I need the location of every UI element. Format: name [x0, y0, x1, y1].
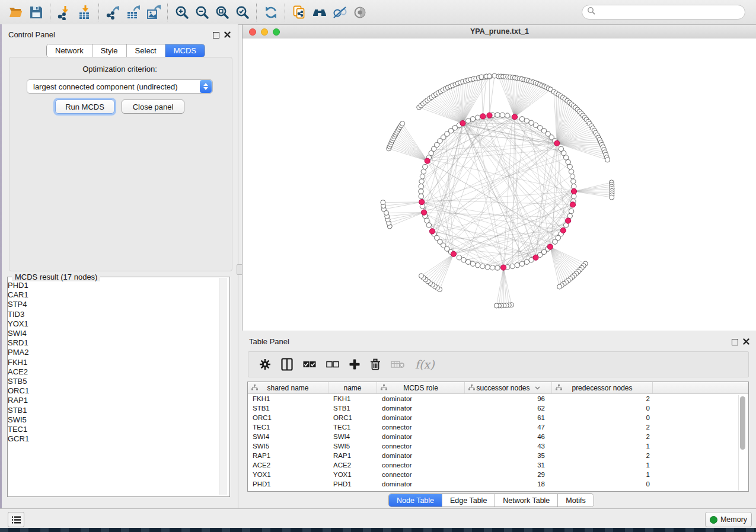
save-session-icon[interactable] — [26, 2, 46, 23]
mcds-result-item[interactable]: TEC1 — [8, 425, 214, 434]
column-type-icon — [468, 384, 475, 390]
export-image-icon[interactable] — [143, 2, 164, 23]
clone-network-icon[interactable] — [289, 2, 310, 23]
close-panel-button[interactable]: Close panel — [122, 100, 184, 114]
criterion-value: largest connected component (undirected) — [27, 82, 200, 91]
column-header-name[interactable]: name — [328, 382, 377, 393]
table-cell: 35 — [465, 452, 552, 459]
table-cell: 2 — [552, 452, 653, 459]
search-input[interactable] — [596, 6, 745, 19]
table-row[interactable]: SWI4SWI4dominator462 — [248, 432, 748, 441]
zoom-fit-icon[interactable] — [212, 2, 232, 23]
mcds-result-item[interactable]: PHD1 — [8, 281, 214, 290]
minimize-window-traffic-light[interactable] — [261, 28, 268, 36]
mcds-result-item[interactable]: CAR1 — [8, 290, 214, 300]
table-row[interactable]: PHD1PHD1dominator180 — [248, 479, 748, 489]
add-column-plus-icon[interactable] — [349, 359, 360, 370]
table-cell: 31 — [465, 462, 552, 469]
mcds-result-item[interactable]: PMA2 — [8, 348, 214, 357]
import-network-icon[interactable] — [55, 2, 75, 23]
refresh-view-icon[interactable] — [261, 2, 281, 23]
tab-network-table[interactable]: Network Table — [495, 494, 558, 507]
table-row[interactable]: TEC1TEC1connector472 — [248, 422, 748, 432]
search-binoculars-icon[interactable] — [310, 2, 330, 23]
mcds-result-item[interactable]: ORC1 — [8, 386, 214, 396]
table-row[interactable]: YOX1YOX1connector291 — [248, 470, 748, 479]
mcds-result-item[interactable]: ACE2 — [8, 367, 214, 377]
mcds-result-item[interactable]: SWI5 — [8, 415, 214, 425]
table-row[interactable]: STB1STB1dominator620 — [248, 403, 748, 413]
mcds-result-item[interactable]: TID3 — [8, 310, 214, 319]
table-row[interactable]: RAP1RAP1dominator352 — [248, 451, 748, 460]
mcds-result-item[interactable]: SRD1 — [8, 338, 214, 348]
mcds-result-item[interactable]: GCR1 — [8, 434, 214, 444]
table-cell: 1 — [552, 462, 653, 469]
global-search-field[interactable] — [582, 5, 745, 20]
chevron-down-icon[interactable] — [535, 386, 540, 390]
show-eye-icon[interactable] — [350, 2, 370, 23]
tab-style[interactable]: Style — [92, 44, 127, 57]
network-canvas[interactable] — [243, 39, 756, 331]
table-cell: YOX1 — [328, 471, 377, 478]
criterion-dropdown[interactable]: largest connected component (undirected) — [27, 79, 213, 94]
toolbar-separator — [256, 4, 257, 21]
tab-network[interactable]: Network — [47, 44, 92, 57]
mcds-result-item[interactable]: YOX1 — [8, 319, 214, 329]
tab-mcds[interactable]: MCDS — [165, 44, 205, 57]
tab-motifs[interactable]: Motifs — [558, 494, 593, 507]
zoom-selected-icon[interactable] — [232, 2, 253, 23]
column-header-predecessor-nodes[interactable]: predecessor nodes — [552, 382, 653, 393]
mcds-result-item[interactable]: SWI4 — [8, 329, 214, 338]
mcds-result-item[interactable]: RAP1 — [8, 396, 214, 405]
mcds-result-item[interactable]: STB5 — [8, 377, 214, 386]
open-file-icon[interactable] — [6, 2, 26, 23]
memory-status-button[interactable]: Memory — [705, 512, 752, 527]
table-row[interactable]: ORC1ORC1dominator610 — [248, 413, 748, 422]
deselect-all-icon[interactable] — [326, 361, 339, 368]
float-panel-icon[interactable] — [213, 32, 219, 39]
table-cell: RAP1 — [248, 452, 328, 459]
run-mcds-button[interactable]: Run MCDS — [55, 100, 114, 114]
table-row[interactable]: SWI5SWI5connector431 — [248, 441, 748, 451]
zoom-window-traffic-light[interactable] — [273, 28, 280, 36]
table-toolbar: f(x) — [248, 351, 749, 377]
zoom-out-icon[interactable] — [192, 2, 212, 23]
column-type-icon — [251, 384, 258, 390]
delete-column-trash-icon[interactable] — [370, 358, 381, 370]
table-options-gear-icon[interactable] — [259, 358, 271, 370]
table-cell: STB1 — [328, 405, 377, 412]
hide-panel-glasses-icon[interactable] — [330, 2, 350, 23]
search-icon — [587, 7, 596, 18]
close-window-traffic-light[interactable] — [249, 28, 256, 36]
toolbar-separator — [98, 4, 100, 21]
mcds-result-item[interactable]: FKH1 — [8, 358, 214, 367]
zoom-in-icon[interactable] — [172, 2, 192, 23]
result-scrollbar[interactable] — [219, 278, 227, 495]
tab-node-table[interactable]: Node Table — [389, 494, 442, 507]
close-table-panel-icon[interactable] — [743, 336, 749, 347]
table-panel: Table Panel f(x) shared namenameMCDS rol… — [242, 331, 756, 508]
mcds-result-list[interactable]: PHD1CAR1STP4TID3YOX1SWI4SRD1PMA2FKH1ACE2… — [8, 281, 214, 492]
network-window-titlebar[interactable]: YPA_prune.txt_1 — [243, 25, 756, 39]
close-panel-icon[interactable] — [224, 30, 231, 40]
table-row[interactable]: FKH1FKH1dominator962 — [248, 394, 748, 403]
split-columns-icon[interactable] — [281, 358, 293, 371]
column-header-MCDS-role[interactable]: MCDS role — [377, 382, 465, 393]
table-cell: 29 — [465, 471, 552, 478]
table-scrollbar[interactable] — [738, 395, 747, 491]
tab-edge-table[interactable]: Edge Table — [442, 494, 495, 507]
column-header-successor-nodes[interactable]: successor nodes — [465, 382, 552, 393]
tab-select[interactable]: Select — [127, 44, 165, 57]
column-header-shared-name[interactable]: shared name — [248, 382, 328, 393]
select-all-check-icon[interactable] — [303, 361, 316, 368]
export-table-icon[interactable] — [123, 2, 143, 23]
task-history-list-button[interactable] — [8, 512, 24, 527]
mcds-result-item[interactable]: STB1 — [8, 406, 214, 415]
mcds-result-item[interactable]: STP4 — [8, 300, 214, 309]
table-cell: dominator — [377, 405, 465, 412]
import-table-icon[interactable] — [75, 2, 95, 23]
float-table-panel-icon[interactable] — [732, 339, 738, 345]
export-network-icon[interactable] — [103, 2, 123, 23]
table-row[interactable]: ACE2ACE2connector311 — [248, 460, 748, 470]
scrollbar-thumb[interactable] — [740, 396, 745, 450]
